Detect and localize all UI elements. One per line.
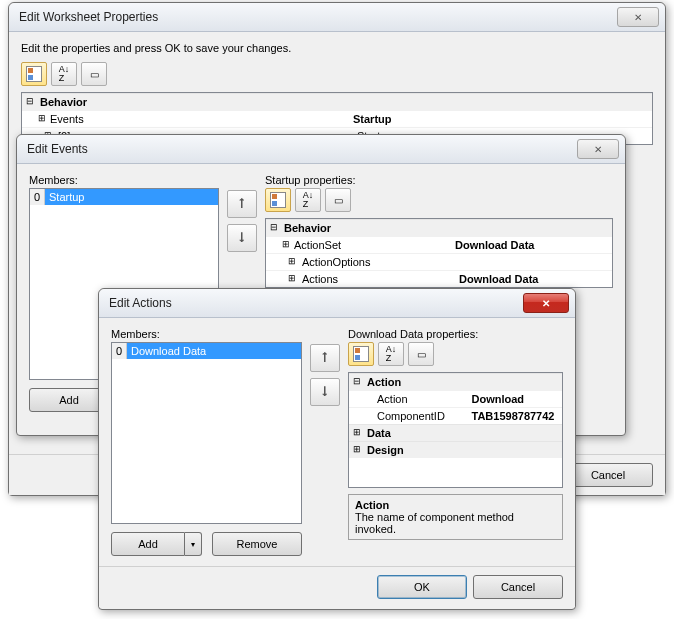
prop-name: ComponentID xyxy=(349,408,468,424)
add-button[interactable]: Add xyxy=(29,388,109,412)
prop-value: TAB1598787742 xyxy=(468,408,563,424)
close-button[interactable]: ✕ xyxy=(617,7,659,27)
property-pages-button[interactable]: ▭ xyxy=(81,62,107,86)
description-title: Action xyxy=(355,499,556,511)
prop-value: Download xyxy=(468,391,563,407)
move-down-button[interactable]: 🠗 xyxy=(310,378,340,406)
prop-row-action[interactable]: Action Download xyxy=(349,390,562,407)
prop-row-actions[interactable]: Actions Download Data xyxy=(266,270,612,287)
property-toolbar: A↓Z ▭ xyxy=(265,188,613,212)
properties-label: Download Data properties: xyxy=(348,328,563,340)
prop-value: Startup xyxy=(349,111,652,127)
property-toolbar: A↓Z ▭ xyxy=(348,342,563,366)
members-label: Members: xyxy=(111,328,302,340)
member-name: Startup xyxy=(45,189,218,205)
member-item[interactable]: 0 Download Data xyxy=(112,343,301,359)
description-panel: Action The name of component method invo… xyxy=(348,494,563,540)
move-down-button[interactable]: 🠗 xyxy=(227,224,257,252)
categorized-icon xyxy=(270,192,286,208)
add-split-button: Add ▾ xyxy=(111,532,202,556)
category-behavior[interactable]: Behavior xyxy=(266,219,612,236)
categorized-button[interactable] xyxy=(348,342,374,366)
dialog-title: Edit Events xyxy=(27,142,88,156)
alphabetical-button[interactable]: A↓Z xyxy=(295,188,321,212)
prop-value xyxy=(455,254,612,270)
alphabetical-button[interactable]: A↓Z xyxy=(378,342,404,366)
category-design[interactable]: Design xyxy=(349,441,562,458)
alphabetical-button[interactable]: A↓Z xyxy=(51,62,77,86)
titlebar: Edit Events ✕ xyxy=(17,135,625,164)
cancel-button[interactable]: Cancel xyxy=(563,463,653,487)
categorized-button[interactable] xyxy=(21,62,47,86)
sort-az-icon: A↓Z xyxy=(59,65,70,83)
member-item[interactable]: 0 Startup xyxy=(30,189,218,205)
close-button[interactable]: ✕ xyxy=(577,139,619,159)
categorized-icon xyxy=(26,66,42,82)
move-up-button[interactable]: 🠕 xyxy=(310,344,340,372)
member-index: 0 xyxy=(30,189,45,205)
categorized-icon xyxy=(353,346,369,362)
prop-name: ActionSet xyxy=(266,237,451,253)
property-pages-button[interactable]: ▭ xyxy=(408,342,434,366)
category-action[interactable]: Action xyxy=(349,373,562,390)
property-toolbar: A↓Z ▭ xyxy=(21,62,653,86)
ok-button[interactable]: OK xyxy=(377,575,467,599)
prop-value: Download Data xyxy=(455,271,612,287)
prop-name: Actions xyxy=(266,271,455,287)
remove-button[interactable]: Remove xyxy=(212,532,302,556)
add-button[interactable]: Add xyxy=(111,532,185,556)
sort-az-icon: A↓Z xyxy=(386,345,397,363)
categorized-button[interactable] xyxy=(265,188,291,212)
titlebar: Edit Worksheet Properties ✕ xyxy=(9,3,665,32)
prop-name: Events xyxy=(22,111,349,127)
property-pages-button[interactable]: ▭ xyxy=(325,188,351,212)
property-grid[interactable]: Action Action Download ComponentID TAB15… xyxy=(348,372,563,488)
close-button[interactable]: ✕ xyxy=(523,293,569,313)
prop-row-actionset[interactable]: ActionSet Download Data xyxy=(266,236,612,253)
member-name: Download Data xyxy=(127,343,301,359)
description-text: The name of component method invoked. xyxy=(355,511,556,535)
category-data[interactable]: Data xyxy=(349,424,562,441)
category-behavior[interactable]: Behavior xyxy=(22,93,652,110)
prop-row-actionoptions[interactable]: ActionOptions xyxy=(266,253,612,270)
member-index: 0 xyxy=(112,343,127,359)
sort-az-icon: A↓Z xyxy=(303,191,314,209)
property-grid[interactable]: Behavior ActionSet Download Data ActionO… xyxy=(265,218,613,288)
pages-icon: ▭ xyxy=(417,349,426,360)
move-up-button[interactable]: 🠕 xyxy=(227,190,257,218)
dialog-title: Edit Worksheet Properties xyxy=(19,10,158,24)
members-list[interactable]: 0 Download Data xyxy=(111,342,302,524)
prop-name: Action xyxy=(349,391,468,407)
prop-name: ActionOptions xyxy=(266,254,455,270)
edit-actions-dialog: Edit Actions ✕ Members: 0 Download Data … xyxy=(98,288,576,610)
add-dropdown[interactable]: ▾ xyxy=(185,532,202,556)
instruction-text: Edit the properties and press OK to save… xyxy=(21,42,653,54)
members-label: Members: xyxy=(29,174,219,186)
prop-row-events[interactable]: Events Startup xyxy=(22,110,652,127)
pages-icon: ▭ xyxy=(90,69,99,80)
properties-label: Startup properties: xyxy=(265,174,613,186)
cancel-button[interactable]: Cancel xyxy=(473,575,563,599)
pages-icon: ▭ xyxy=(334,195,343,206)
titlebar: Edit Actions ✕ xyxy=(99,289,575,318)
dialog-title: Edit Actions xyxy=(109,296,172,310)
prop-value: Download Data xyxy=(451,237,612,253)
prop-row-componentid[interactable]: ComponentID TAB1598787742 xyxy=(349,407,562,424)
